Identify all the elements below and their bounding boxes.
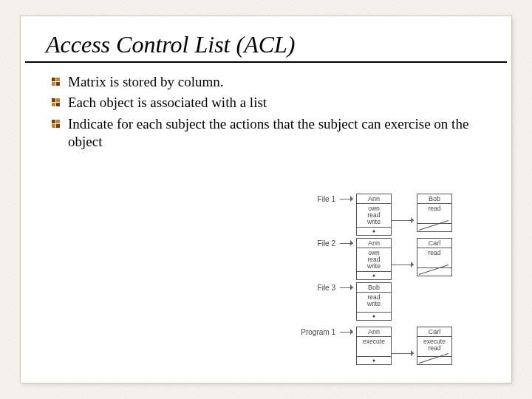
acl-row: File 1AnnownreadwriteBobread [291, 194, 452, 228]
bullet-text: Matrix is stored by column. [68, 74, 224, 89]
slide-paper: Access Control List (ACL) Matrix is stor… [21, 16, 511, 383]
pointer-dot-icon [357, 313, 391, 320]
arrow-icon [340, 327, 356, 337]
arrow-icon [340, 282, 356, 293]
permissions: readwrite [357, 293, 391, 313]
object-label: Program 1 [291, 327, 340, 336]
list-item: Matrix is stored by column. [52, 73, 491, 91]
arrow-icon [340, 194, 356, 204]
bullet-list: Matrix is stored by column. Each object … [21, 73, 511, 151]
acl-node: Annexecute [356, 327, 392, 365]
subject-name: Ann [357, 194, 391, 204]
arrow-icon [392, 216, 417, 224]
subject-name: Carl [417, 327, 451, 337]
arrow-icon [392, 261, 417, 268]
acl-node: Bobread [417, 194, 452, 232]
object-label: File 3 [291, 282, 340, 292]
arrow-icon [392, 349, 417, 357]
slide-title: Access Control List (ACL) [25, 16, 507, 63]
acl-node: Annownreadwrite [356, 194, 392, 236]
bullet-text: Indicate for each subject the actions th… [68, 116, 468, 149]
subject-name: Bob [417, 194, 451, 204]
arrow-icon [340, 238, 356, 248]
object-label: File 2 [291, 238, 340, 248]
pointer-dot-icon [357, 272, 391, 279]
subject-name: Bob [357, 283, 391, 293]
permissions: ownreadwrite [357, 204, 391, 228]
acl-node: Carlexecuteread [417, 327, 452, 365]
acl-node: Annownreadwrite [356, 238, 392, 280]
acl-row: File 3Bobreadwrite [291, 282, 452, 316]
bullet-text: Each object is associated with a list [68, 95, 267, 110]
null-pointer-icon [417, 357, 451, 364]
null-pointer-icon [417, 224, 451, 231]
list-item: Indicate for each subject the actions th… [52, 115, 491, 151]
subject-name: Carl [417, 239, 451, 248]
permissions: ownreadwrite [357, 248, 391, 272]
acl-diagram: File 1AnnownreadwriteBobreadFile 2Annown… [291, 194, 452, 371]
permissions: execute [357, 337, 391, 357]
subject-name: Ann [357, 327, 391, 337]
slide-frame: Access Control List (ACL) Matrix is stor… [0, 0, 532, 399]
acl-row: Program 1AnnexecuteCarlexecuteread [291, 327, 452, 361]
pointer-dot-icon [357, 228, 391, 235]
acl-node: Bobreadwrite [356, 282, 392, 321]
null-pointer-icon [417, 268, 451, 276]
acl-node: Carlread [417, 238, 452, 276]
pointer-dot-icon [357, 357, 391, 364]
list-item: Each object is associated with a list [52, 94, 491, 112]
object-label: File 1 [291, 194, 340, 203]
subject-name: Ann [357, 239, 391, 248]
acl-row: File 2AnnownreadwriteCarlread [291, 238, 452, 272]
